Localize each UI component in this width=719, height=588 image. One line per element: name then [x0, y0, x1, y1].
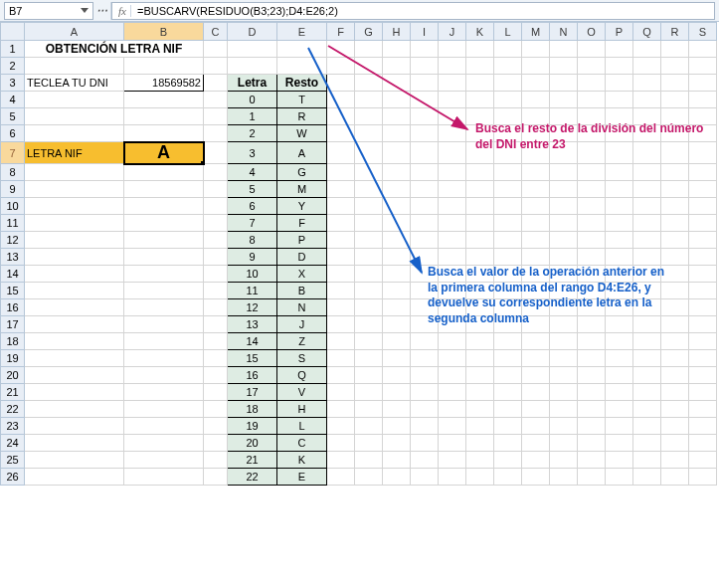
cell[interactable] — [383, 142, 411, 164]
cell[interactable] — [661, 215, 689, 232]
cell[interactable] — [411, 142, 439, 164]
cell[interactable] — [550, 181, 578, 198]
cell[interactable] — [606, 316, 633, 333]
cell[interactable] — [633, 452, 661, 469]
table-cell-letter[interactable]: K — [277, 452, 327, 469]
cell[interactable] — [466, 92, 494, 108]
cell[interactable] — [661, 142, 689, 164]
table-cell-letter[interactable]: C — [277, 435, 327, 452]
cell[interactable] — [411, 316, 439, 333]
col-header[interactable]: Q — [633, 23, 661, 41]
cell[interactable] — [494, 283, 522, 299]
name-box-dropdown-icon[interactable] — [81, 8, 89, 13]
row-header[interactable]: 22 — [1, 401, 25, 418]
cell[interactable] — [327, 299, 355, 316]
letranif-value-cell[interactable]: A — [124, 142, 204, 164]
cell[interactable] — [355, 316, 383, 333]
cell[interactable] — [550, 401, 578, 418]
table-cell-letter[interactable]: B — [277, 283, 327, 299]
cell[interactable] — [578, 164, 606, 181]
cell[interactable] — [466, 142, 494, 164]
table-cell-number[interactable]: 14 — [228, 333, 277, 350]
cell[interactable] — [578, 41, 606, 58]
cell[interactable] — [466, 232, 494, 249]
cell[interactable] — [522, 92, 550, 108]
cell[interactable] — [124, 435, 204, 452]
cell[interactable] — [228, 58, 277, 75]
cell[interactable] — [439, 401, 466, 418]
cell[interactable] — [550, 350, 578, 367]
cell[interactable] — [578, 142, 606, 164]
cell[interactable] — [439, 316, 466, 333]
cell[interactable] — [439, 452, 466, 469]
cell[interactable] — [327, 142, 355, 164]
cell[interactable] — [124, 401, 204, 418]
cell[interactable] — [661, 181, 689, 198]
cell[interactable] — [522, 367, 550, 384]
table-cell-letter[interactable]: Y — [277, 198, 327, 215]
cell[interactable] — [689, 333, 717, 350]
cell[interactable] — [522, 452, 550, 469]
cell[interactable] — [578, 266, 606, 283]
cell[interactable] — [522, 58, 550, 75]
cell[interactable] — [383, 418, 411, 435]
cell[interactable] — [661, 164, 689, 181]
col-header[interactable]: K — [466, 23, 494, 41]
cell[interactable] — [522, 401, 550, 418]
cell[interactable] — [439, 435, 466, 452]
cell[interactable] — [466, 384, 494, 401]
row-header[interactable]: 25 — [1, 452, 25, 469]
cell[interactable] — [494, 316, 522, 333]
cell[interactable] — [494, 452, 522, 469]
table-cell-number[interactable]: 10 — [228, 266, 277, 283]
cell[interactable] — [355, 142, 383, 164]
cell[interactable] — [355, 164, 383, 181]
col-header[interactable]: F — [327, 23, 355, 41]
cell[interactable] — [606, 469, 633, 486]
row-header[interactable]: 3 — [1, 75, 25, 92]
cell[interactable] — [355, 266, 383, 283]
cell[interactable] — [661, 75, 689, 92]
cell[interactable] — [124, 316, 204, 333]
cell[interactable] — [466, 283, 494, 299]
cell[interactable] — [494, 469, 522, 486]
cell[interactable] — [578, 125, 606, 142]
cell[interactable] — [494, 384, 522, 401]
cell[interactable] — [661, 266, 689, 283]
cell[interactable] — [494, 164, 522, 181]
cell[interactable] — [355, 469, 383, 486]
cell[interactable] — [439, 384, 466, 401]
cell[interactable] — [25, 401, 124, 418]
cell[interactable] — [494, 198, 522, 215]
cell[interactable] — [439, 418, 466, 435]
cell[interactable] — [494, 58, 522, 75]
table-cell-number[interactable]: 20 — [228, 435, 277, 452]
cell[interactable] — [411, 418, 439, 435]
cell[interactable] — [606, 266, 633, 283]
table-cell-number[interactable]: 9 — [228, 249, 277, 266]
cell[interactable] — [606, 401, 633, 418]
cell[interactable] — [550, 75, 578, 92]
table-cell-number[interactable]: 21 — [228, 452, 277, 469]
cell[interactable] — [355, 418, 383, 435]
cell[interactable] — [355, 333, 383, 350]
cell[interactable] — [327, 350, 355, 367]
table-cell-number[interactable]: 4 — [228, 164, 277, 181]
cell[interactable] — [550, 215, 578, 232]
cell[interactable] — [204, 367, 228, 384]
cell[interactable] — [228, 41, 277, 58]
table-cell-number[interactable]: 6 — [228, 198, 277, 215]
table-cell-number[interactable]: 2 — [228, 125, 277, 142]
cell[interactable] — [383, 452, 411, 469]
cell[interactable] — [466, 108, 494, 125]
cell[interactable] — [124, 198, 204, 215]
cell[interactable] — [327, 249, 355, 266]
col-header[interactable]: B — [124, 23, 204, 41]
cell[interactable] — [466, 350, 494, 367]
fx-icon[interactable]: fx — [114, 5, 131, 17]
cell[interactable] — [633, 418, 661, 435]
table-cell-letter[interactable]: A — [277, 142, 327, 164]
cell[interactable] — [25, 215, 124, 232]
cell[interactable] — [204, 164, 228, 181]
cell[interactable] — [383, 350, 411, 367]
